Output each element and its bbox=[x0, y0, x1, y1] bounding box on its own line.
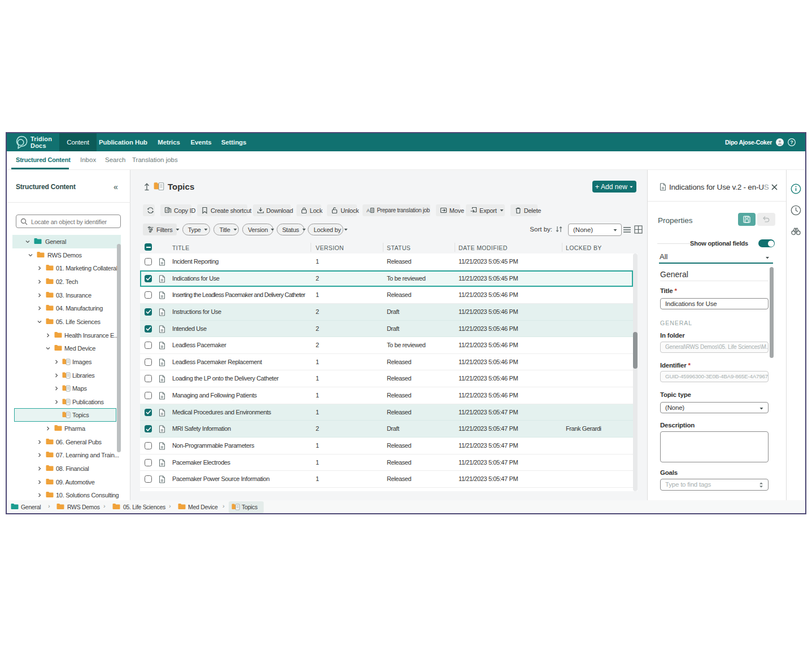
svg-text:A: A bbox=[366, 208, 370, 213]
svg-text:?: ? bbox=[790, 139, 793, 145]
svg-text:ID: ID bbox=[166, 209, 169, 212]
